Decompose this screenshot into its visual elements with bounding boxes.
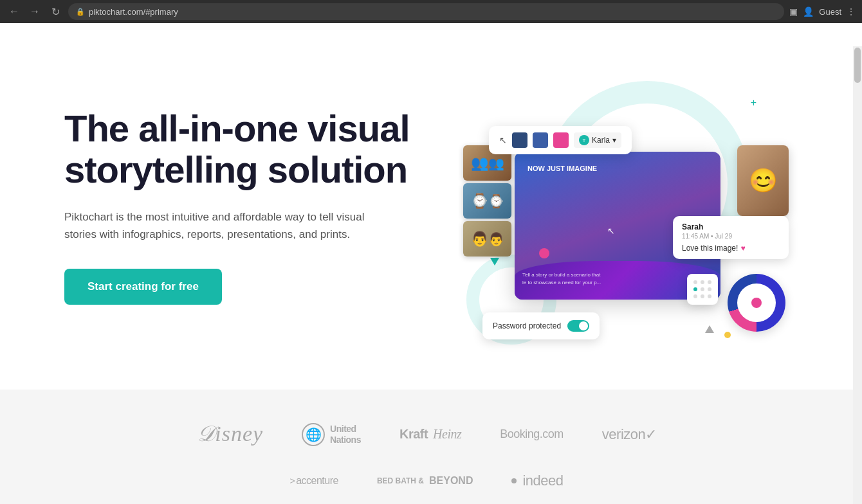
mockup-pink-dot	[539, 248, 549, 258]
canvas-desc: Tell a story or build a scenario thatle …	[522, 271, 713, 287]
verizon-text: verizon✓	[602, 426, 657, 443]
dot	[708, 287, 711, 291]
deco-plus-1: +	[751, 97, 757, 109]
address-bar[interactable]: 🔒 piktochart.com/#primary	[68, 3, 784, 20]
scrollbar-thumb[interactable]	[854, 48, 861, 83]
indeed-text: indeed	[522, 473, 563, 489]
forward-button[interactable]: →	[27, 4, 42, 19]
avatar-karla: T	[579, 135, 589, 145]
browser-chrome: ← → ↻ 🔒 piktochart.com/#primary ▣ 👤 Gues…	[0, 0, 862, 23]
logo-united-nations: 🌐 United Nations	[302, 423, 361, 446]
logo-kraftheinz: KraftHeinz	[399, 427, 461, 442]
accenture-text: accenture	[296, 475, 338, 487]
un-globe-icon: 🌐	[302, 423, 325, 446]
comment-author: Sarah	[682, 222, 780, 231]
password-label: Password protected	[493, 321, 561, 330]
canvas-text-overlay: NOW JUST IMAGINE	[527, 165, 597, 172]
indeed-dot	[511, 478, 517, 483]
dot-active	[693, 287, 697, 291]
deco-triangle-down	[490, 258, 499, 266]
hero-left: The all-in-one visual storytelling solut…	[64, 108, 437, 305]
lock-icon: 🔒	[76, 8, 85, 16]
swatch-dark	[512, 132, 527, 148]
deco-dot-yellow	[724, 332, 731, 338]
circle-pink-dot	[751, 298, 762, 308]
url-text: piktochart.com/#primary	[89, 7, 178, 17]
mockup-photo-card: 😊	[737, 145, 789, 216]
swatch-med	[533, 132, 548, 148]
dot	[701, 287, 704, 291]
comment-text: Love this image!	[682, 244, 738, 253]
bbb-line1: BED BATH &	[377, 476, 424, 485]
logos-section: 𝒟isney 🌐 United Nations KraftHeinz Boo	[0, 390, 853, 504]
logos-row-1: 𝒟isney 🌐 United Nations KraftHeinz Boo	[196, 422, 657, 447]
mockup-password-card: Password protected	[482, 312, 600, 339]
chevron-down-icon: ▾	[612, 136, 616, 145]
logo-indeed: indeed	[511, 473, 563, 489]
logo-bed-bath-beyond: BED BATH & BEYOND	[377, 474, 473, 487]
toggle-switch[interactable]	[567, 320, 589, 332]
browser-actions: ▣ 👤 Guest ⋮	[789, 6, 856, 17]
account-icon: 👤	[803, 6, 814, 17]
accenture-arrow-icon: >	[289, 476, 295, 486]
user-label: T Karla ▾	[574, 132, 621, 148]
logos-row-2: > accenture BED BATH & BEYOND indeed	[289, 473, 563, 489]
bbb-line2: BEYOND	[429, 474, 473, 487]
dot	[701, 294, 704, 298]
heinz-text: Heinz	[433, 427, 461, 442]
dot	[708, 280, 711, 284]
mockup-dots	[687, 274, 718, 305]
tab-icon: ▣	[789, 6, 798, 17]
un-line2: Nations	[330, 435, 361, 446]
scrollbar-track	[853, 46, 862, 504]
toggle-thumb	[579, 321, 588, 330]
heart-icon: ♥	[740, 244, 745, 253]
booking-text: Booking.com	[500, 428, 564, 441]
kraft-text: Kraft	[399, 427, 428, 442]
canvas-cursor: ↖	[607, 226, 616, 235]
un-line1: United	[330, 424, 361, 435]
logo-verizon: verizon✓	[602, 426, 657, 443]
comment-time: 11:45 AM • Jul 29	[682, 233, 780, 240]
hero-right: + ↖ T Karla ▾ 👥	[463, 62, 802, 351]
cursor-icon: ↖	[499, 135, 507, 145]
dot	[708, 294, 711, 298]
hero-title: The all-in-one visual storytelling solut…	[64, 108, 437, 190]
mockup-toolbar: ↖ T Karla ▾	[489, 126, 632, 154]
dot	[693, 280, 697, 284]
mockup-comment: Sarah 11:45 AM • Jul 29 Love this image!…	[673, 216, 789, 259]
hero-subtitle: Piktochart is the most intuitive and aff…	[64, 208, 373, 243]
page-container: The all-in-one visual storytelling solut…	[0, 23, 853, 504]
back-button[interactable]: ←	[6, 4, 22, 19]
logo-disney: 𝒟isney	[196, 422, 263, 447]
mockup-image-grid: 👥 ⌚ 👨	[463, 145, 515, 256]
refresh-button[interactable]: ↻	[48, 4, 63, 19]
hero-section: The all-in-one visual storytelling solut…	[0, 23, 853, 390]
img-thumb-person: 👨	[463, 221, 511, 256]
arrow-up-icon	[705, 325, 714, 333]
dot	[701, 280, 704, 284]
menu-icon[interactable]: ⋮	[847, 6, 856, 17]
logo-booking: Booking.com	[500, 428, 564, 441]
cta-button[interactable]: Start creating for free	[64, 269, 222, 305]
swatch-pink	[553, 132, 569, 148]
comment-body: Love this image! ♥	[682, 244, 780, 253]
dot	[693, 294, 697, 298]
guest-label[interactable]: Guest	[819, 7, 841, 17]
logo-accenture: > accenture	[289, 475, 338, 487]
img-thumb-watch: ⌚	[463, 183, 511, 219]
